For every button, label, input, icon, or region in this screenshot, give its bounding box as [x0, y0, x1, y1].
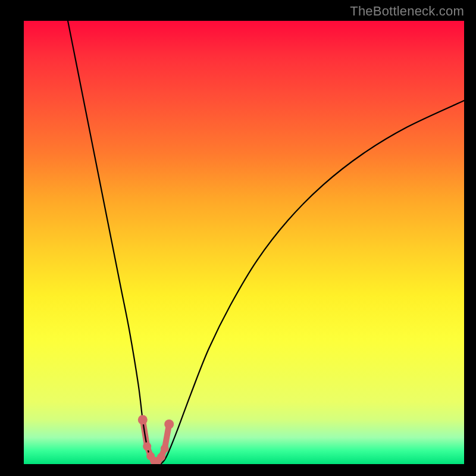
marker-dot	[138, 415, 148, 425]
marker-dot	[164, 419, 174, 429]
marker-dot	[161, 444, 169, 453]
watermark-text: TheBottleneck.com	[350, 4, 464, 19]
marker-dot	[143, 442, 151, 450]
chart-frame: TheBottleneck.com	[0, 0, 476, 476]
bottleneck-curve	[68, 21, 464, 464]
plot-area	[24, 21, 464, 464]
marker-dot	[157, 453, 165, 461]
chart-svg	[24, 21, 464, 464]
